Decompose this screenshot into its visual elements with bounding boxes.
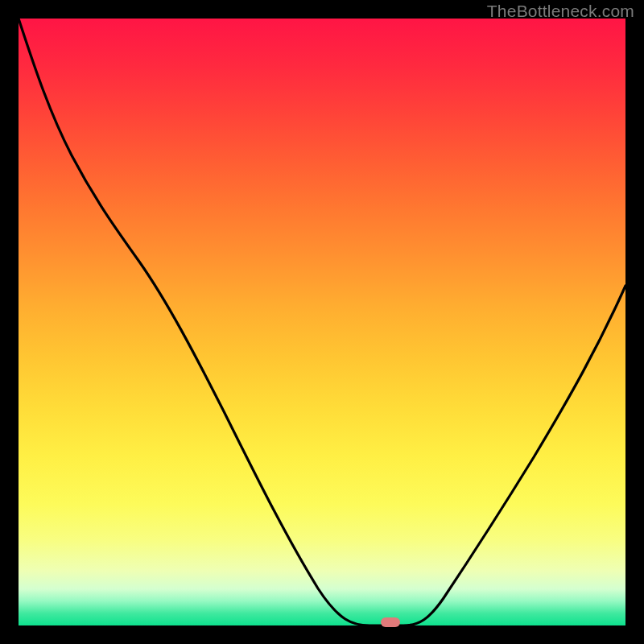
gradient-plot-background xyxy=(19,19,625,625)
chart-frame: TheBottleneck.com xyxy=(0,0,644,644)
watermark-text: TheBottleneck.com xyxy=(487,2,634,21)
curve-path xyxy=(19,19,625,625)
bottleneck-curve xyxy=(19,19,625,625)
optimal-marker xyxy=(381,617,400,627)
